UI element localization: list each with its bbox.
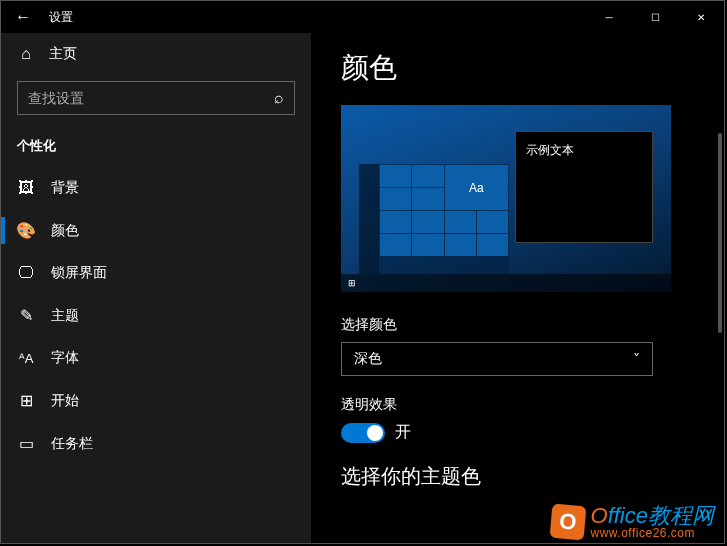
watermark: O Office教程网 www.office26.com [551,505,714,539]
chevron-down-icon: ˅ [633,351,640,367]
sidebar-item-label: 颜色 [51,222,79,240]
palette-icon: 🎨 [17,221,35,240]
color-mode-label: 选择颜色 [341,316,700,334]
scrollbar[interactable] [718,133,722,333]
sidebar-item-fonts[interactable]: ᴬA 字体 [1,337,311,379]
transparency-label: 透明效果 [341,396,700,414]
picture-icon: 🖼 [17,179,35,197]
transparency-state: 开 [395,422,411,443]
sidebar-item-label: 锁屏界面 [51,264,107,282]
watermark-logo-icon: O [549,504,586,541]
sidebar-item-themes[interactable]: ✎ 主题 [1,294,311,337]
start-icon: ⊞ [17,391,35,410]
home-icon: ⌂ [17,45,35,63]
watermark-url: www.office26.com [591,527,714,539]
maximize-button[interactable]: ☐ [632,1,678,33]
preview-sample-text: 示例文本 [526,143,574,157]
close-button[interactable]: ✕ [678,1,724,33]
search-icon: ⌕ [274,89,284,107]
preview-window: 示例文本 [515,131,653,243]
sidebar-item-background[interactable]: 🖼 背景 [1,167,311,209]
sidebar: ⌂ 主页 ⌕ 个性化 🖼 背景 🎨 颜色 🖵 锁屏界面 ✎ 主 [1,33,311,543]
titlebar: ← 设置 ─ ☐ ✕ [1,1,724,33]
preview-taskbar: ⊞ [341,274,671,292]
theme-icon: ✎ [17,306,35,325]
preview-start-icon: ⊞ [345,274,359,292]
preview-startmenu: Aa [359,164,509,274]
transparency-toggle[interactable] [341,423,385,443]
theme-preview: 示例文本 Aa ⊞ [341,105,671,292]
sidebar-item-colors[interactable]: 🎨 颜色 [1,209,311,252]
color-mode-value: 深色 [354,350,382,368]
preview-aa-tile: Aa [445,165,509,210]
sidebar-item-label: 主题 [51,307,79,325]
back-arrow-icon: ← [15,8,31,26]
sidebar-category: 个性化 [1,129,311,167]
lockscreen-icon: 🖵 [17,264,35,282]
sidebar-item-start[interactable]: ⊞ 开始 [1,379,311,422]
watermark-brand: Office教程网 [591,505,714,527]
home-label: 主页 [49,45,77,63]
maximize-icon: ☐ [651,12,660,23]
font-icon: ᴬA [17,351,35,366]
window-title: 设置 [45,9,586,26]
close-icon: ✕ [697,12,705,23]
taskbar-icon: ▭ [17,434,35,453]
sidebar-item-label: 开始 [51,392,79,410]
minimize-button[interactable]: ─ [586,1,632,33]
sidebar-item-label: 背景 [51,179,79,197]
watermark-center: @MS酋长爱Win10 [721,389,724,451]
back-button[interactable]: ← [1,1,45,33]
sidebar-item-label: 字体 [51,349,79,367]
accent-heading: 选择你的主题色 [341,463,700,490]
sidebar-item-lockscreen[interactable]: 🖵 锁屏界面 [1,252,311,294]
page-title: 颜色 [341,49,700,87]
sidebar-item-taskbar[interactable]: ▭ 任务栏 [1,422,311,465]
minimize-icon: ─ [605,12,612,23]
home-link[interactable]: ⌂ 主页 [1,33,311,75]
search-input[interactable] [28,90,274,106]
content-area: 颜色 示例文本 Aa ⊞ [311,33,724,543]
sidebar-item-label: 任务栏 [51,435,93,453]
search-input-wrap[interactable]: ⌕ [17,81,295,115]
color-mode-select[interactable]: 深色 ˅ [341,342,653,376]
